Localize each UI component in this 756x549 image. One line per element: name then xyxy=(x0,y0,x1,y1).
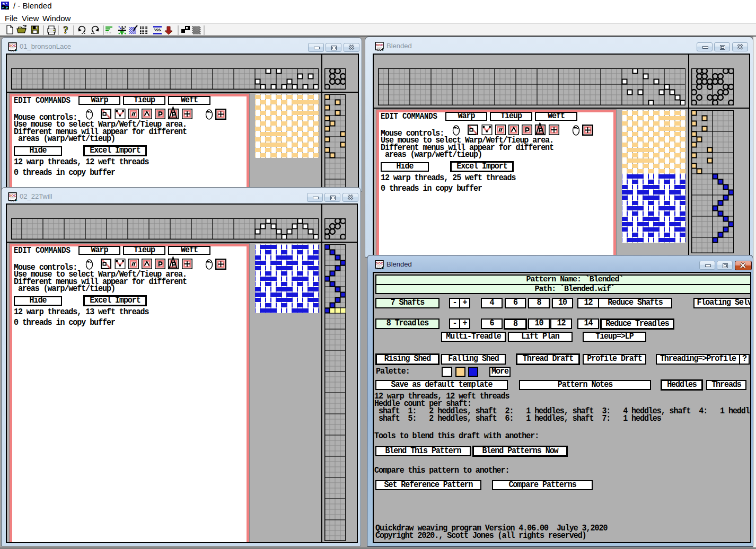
svg-text:DOC: DOC xyxy=(375,261,383,265)
svg-text:DOC: DOC xyxy=(8,43,16,47)
svg-text:?: ? xyxy=(63,24,68,36)
svg-text:DOC: DOC xyxy=(8,193,16,197)
svg-text:DOC: DOC xyxy=(375,43,383,47)
